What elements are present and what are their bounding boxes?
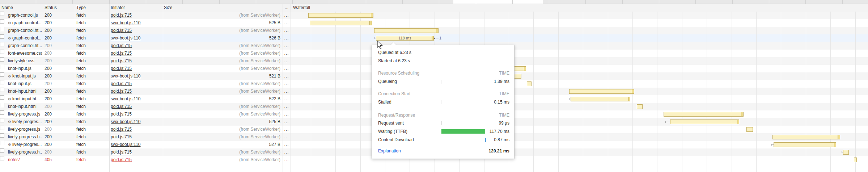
waterfall-bar[interactable] (854, 158, 857, 162)
initiator-link[interactable]: poid.js:715 (111, 13, 132, 18)
request-checkbox[interactable] (0, 72, 4, 77)
waterfall-bar[interactable] (843, 150, 849, 155)
overview-tick[interactable] (476, 0, 476, 4)
overview-tick[interactable] (439, 0, 439, 4)
initiator-link[interactable]: swx-boot.js:110 (111, 35, 140, 41)
request-name-cell[interactable]: knot-input.html (8, 88, 42, 95)
waterfall-bar[interactable] (569, 89, 634, 94)
overview-tick[interactable] (256, 0, 256, 4)
column-header-status[interactable]: Status (45, 4, 57, 12)
overview-tick[interactable] (549, 0, 549, 4)
overview-tick[interactable] (182, 0, 183, 4)
initiator-link[interactable]: poid.js:715 (111, 28, 132, 33)
waterfall-bar[interactable] (772, 135, 840, 139)
overview-tick[interactable] (366, 0, 366, 4)
request-checkbox[interactable] (0, 156, 4, 160)
table-row[interactable]: ⚙graph-control...200fetchswx-boot.js:110… (0, 19, 868, 27)
initiator-link[interactable]: swx-boot.js:110 (111, 74, 140, 79)
request-checkbox[interactable] (0, 141, 4, 145)
initiator-link[interactable]: poid.js:715 (111, 134, 132, 139)
table-row[interactable]: graph-control.js200fetchpoid.js:715(from… (0, 12, 868, 19)
request-name-cell[interactable]: knot-input.js (8, 80, 42, 88)
waterfall-bar[interactable]: 118 ms (376, 36, 434, 41)
waterfall-bar[interactable] (308, 13, 373, 18)
waterfall-bar[interactable] (310, 21, 372, 25)
overview-tick[interactable] (585, 0, 586, 4)
request-name-cell[interactable]: ⚙lively-progres... (8, 141, 42, 148)
waterfall-bar[interactable] (670, 119, 739, 124)
request-checkbox[interactable] (0, 95, 4, 100)
request-name-cell[interactable]: graph-control.ht... (8, 27, 42, 34)
initiator-link[interactable]: poid.js:715 (111, 51, 132, 56)
initiator-link[interactable]: poid.js:715 (111, 127, 132, 132)
overview-selection[interactable] (453, 0, 543, 4)
explanation-link[interactable]: Explanation (378, 147, 401, 155)
waterfall-bar[interactable] (527, 81, 532, 86)
overview-tick[interactable] (402, 0, 403, 4)
overview-tick[interactable] (292, 0, 293, 4)
waterfall-bar[interactable] (746, 127, 753, 132)
overview-tick[interactable] (622, 0, 623, 4)
overview-tick[interactable] (512, 0, 513, 4)
request-checkbox[interactable] (0, 80, 4, 84)
column-header-overflow[interactable]: ... (283, 4, 291, 12)
overview-tick[interactable] (732, 0, 733, 4)
column-header-type[interactable]: Type (76, 4, 86, 12)
request-name-cell[interactable]: notes/ (8, 156, 42, 164)
overview-tick[interactable] (659, 0, 659, 4)
request-checkbox[interactable] (0, 126, 4, 130)
table-row[interactable]: graph-control.ht...200fetchpoid.js:715(f… (0, 27, 868, 34)
request-checkbox[interactable] (0, 148, 4, 153)
initiator-link[interactable]: swx-boot.js:110 (111, 96, 140, 101)
initiator-link[interactable]: swx-boot.js:110 (111, 20, 140, 25)
waterfall-bar[interactable] (774, 142, 836, 147)
request-name-cell[interactable]: knot-input.js (8, 65, 42, 72)
overview-tick[interactable] (146, 0, 146, 4)
request-name-cell[interactable]: ⚙lively-progres... (8, 118, 42, 126)
overview-tick[interactable] (72, 0, 73, 4)
overview-tick[interactable] (842, 0, 843, 4)
request-name-cell[interactable]: graph-control.ht... (8, 42, 42, 50)
request-checkbox[interactable] (0, 50, 4, 54)
waterfall-bar[interactable] (571, 97, 630, 101)
request-name-cell[interactable]: ⚙knot-input.js (8, 72, 42, 80)
waterfall-bar[interactable] (664, 112, 744, 117)
initiator-link[interactable]: poid.js:715 (111, 112, 132, 117)
request-checkbox[interactable] (0, 19, 4, 24)
waterfall-bar[interactable] (637, 104, 643, 109)
request-name-cell[interactable]: ⚙knot-input.ht... (8, 95, 42, 103)
request-checkbox[interactable] (0, 133, 4, 138)
table-row[interactable]: ⚙graph-control...200fetchswx-boot.js:110… (0, 34, 868, 42)
initiator-link[interactable]: swx-boot.js:110 (111, 142, 140, 147)
column-header-initiator[interactable]: Initiator (111, 4, 125, 12)
initiator-link[interactable]: poid.js:715 (111, 150, 132, 155)
request-name-cell[interactable]: knot-input.html (8, 103, 42, 110)
overview-tick[interactable] (329, 0, 329, 4)
request-checkbox[interactable] (0, 65, 4, 69)
overview-tick[interactable] (36, 0, 36, 4)
request-checkbox[interactable] (0, 42, 4, 46)
initiator-link[interactable]: poid.js:715 (111, 58, 132, 63)
request-checkbox[interactable] (0, 110, 4, 115)
initiator-link[interactable]: poid.js:715 (111, 157, 132, 162)
request-checkbox[interactable] (0, 88, 4, 92)
request-name-cell[interactable]: ⚙graph-control... (8, 34, 42, 42)
initiator-link[interactable]: poid.js:715 (111, 43, 132, 48)
initiator-link[interactable]: swx-boot.js:110 (111, 119, 140, 124)
initiator-link[interactable]: poid.js:715 (111, 89, 132, 94)
column-header-waterfall[interactable]: Waterfall (293, 4, 310, 12)
request-name-cell[interactable]: graph-control.js (8, 12, 42, 19)
waterfall-bar[interactable] (513, 74, 521, 79)
request-name-cell[interactable]: ⚙graph-control... (8, 19, 42, 27)
waterfall-bar[interactable] (513, 66, 526, 71)
request-checkbox[interactable] (0, 34, 4, 39)
request-checkbox[interactable] (0, 27, 4, 31)
overview-tick[interactable] (805, 0, 806, 4)
request-name-cell[interactable]: livelystyle.css (8, 57, 42, 65)
request-name-cell[interactable]: lively-progress.h... (8, 133, 42, 141)
request-name-cell[interactable]: lively-progress.js (8, 110, 42, 118)
request-checkbox[interactable] (0, 12, 4, 16)
column-header-name[interactable]: Name (1, 4, 13, 12)
initiator-link[interactable]: poid.js:715 (111, 81, 132, 86)
overview-tick[interactable] (695, 0, 696, 4)
